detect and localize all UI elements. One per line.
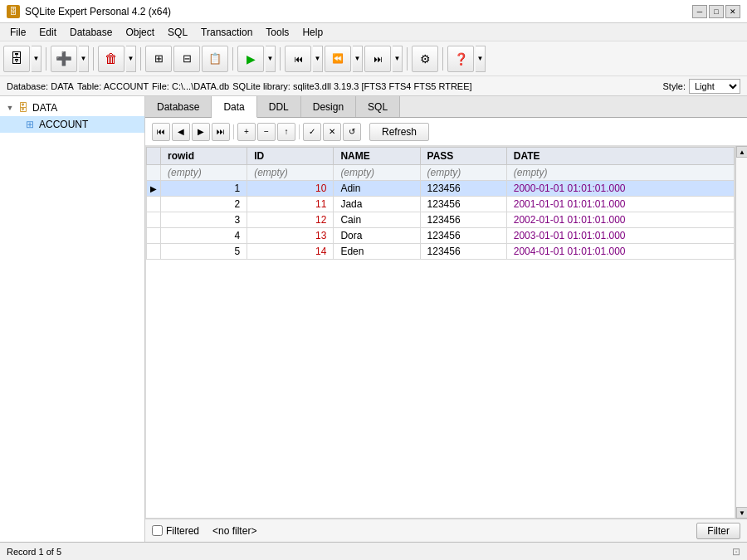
col-name[interactable]: NAME bbox=[334, 148, 420, 165]
filter-name[interactable]: (empty) bbox=[334, 165, 420, 181]
first-btn[interactable]: ⏮ bbox=[152, 123, 170, 141]
cell-rowid-3[interactable]: 4 bbox=[161, 228, 247, 244]
menu-database[interactable]: Database bbox=[63, 23, 119, 41]
table-row[interactable]: ▶110Adin1234562000-01-01 01:01:01.000 bbox=[147, 181, 735, 197]
settings-button[interactable]: ⚙ bbox=[412, 46, 438, 72]
vertical-scrollbar[interactable]: ▲ ▼ bbox=[735, 146, 747, 519]
open-db-button[interactable]: 🗄 bbox=[3, 46, 30, 72]
help-button[interactable]: ❓ bbox=[447, 46, 474, 72]
tab-design[interactable]: Design bbox=[301, 96, 356, 117]
filtered-checkbox[interactable] bbox=[152, 525, 163, 536]
first-record-button[interactable]: ⏮ bbox=[285, 46, 311, 72]
toolbar-sep-1 bbox=[46, 47, 46, 71]
refresh-button[interactable]: Refresh bbox=[369, 123, 429, 141]
del-row-btn[interactable]: − bbox=[257, 123, 276, 141]
cell-rowid-1[interactable]: 2 bbox=[161, 197, 247, 212]
menu-tools[interactable]: Tools bbox=[259, 23, 295, 41]
delete-button[interactable]: 🗑 bbox=[98, 46, 124, 72]
prev-btn[interactable]: ◀ bbox=[172, 123, 190, 141]
cell-pass-4[interactable]: 123456 bbox=[420, 244, 506, 260]
new-button[interactable]: ➕ bbox=[51, 46, 77, 72]
reload-btn[interactable]: ↺ bbox=[343, 123, 361, 141]
menu-sql[interactable]: SQL bbox=[161, 23, 194, 41]
cell-pass-0[interactable]: 123456 bbox=[420, 181, 506, 197]
menu-transaction[interactable]: Transaction bbox=[194, 23, 259, 41]
last-record-button[interactable]: ⏭ bbox=[364, 46, 391, 72]
tab-data[interactable]: Data bbox=[212, 96, 256, 118]
last-btn[interactable]: ⏭ bbox=[212, 123, 230, 141]
new-dropdown[interactable]: ▼ bbox=[79, 46, 89, 72]
cell-date-1[interactable]: 2001-01-01 01:01:01.000 bbox=[506, 197, 734, 212]
cell-date-3[interactable]: 2003-01-01 01:01:01.000 bbox=[506, 228, 734, 244]
tab-database[interactable]: Database bbox=[145, 96, 212, 117]
scroll-down-btn[interactable]: ▼ bbox=[736, 507, 747, 519]
tab-ddl[interactable]: DDL bbox=[257, 96, 301, 117]
up-btn[interactable]: ↑ bbox=[277, 123, 295, 141]
cell-date-4[interactable]: 2004-01-01 01:01:01.000 bbox=[506, 244, 734, 260]
form-view-button[interactable]: ⊟ bbox=[173, 46, 200, 72]
prev-record-button[interactable]: ⏪ bbox=[325, 46, 351, 72]
cell-rowid-4[interactable]: 5 bbox=[161, 244, 247, 260]
col-id[interactable]: ID bbox=[247, 148, 334, 165]
menu-edit[interactable]: Edit bbox=[32, 23, 63, 41]
style-select[interactable]: Light Dark Classic bbox=[689, 79, 740, 94]
cell-pass-1[interactable]: 123456 bbox=[420, 197, 506, 212]
cancel-row-btn[interactable]: ✕ bbox=[323, 123, 341, 141]
add-row-btn[interactable]: + bbox=[237, 123, 256, 141]
cell-name-4[interactable]: Eden bbox=[334, 244, 420, 260]
scroll-up-btn[interactable]: ▲ bbox=[736, 146, 747, 158]
filter-pass[interactable]: (empty) bbox=[420, 165, 506, 181]
sidebar-item-data[interactable]: ▼ 🗄 DATA bbox=[0, 100, 144, 116]
table-row[interactable]: 413Dora1234562003-01-01 01:01:01.000 bbox=[147, 228, 735, 244]
cell-id-0[interactable]: 10 bbox=[247, 181, 334, 197]
filter-id[interactable]: (empty) bbox=[247, 165, 334, 181]
confirm-btn[interactable]: ✓ bbox=[303, 123, 321, 141]
grid-view-button[interactable]: ⊞ bbox=[145, 46, 172, 72]
tab-sql[interactable]: SQL bbox=[356, 96, 400, 117]
cell-pass-3[interactable]: 123456 bbox=[420, 228, 506, 244]
minimize-button[interactable]: ─ bbox=[692, 5, 707, 18]
report-button[interactable]: 📋 bbox=[202, 46, 228, 72]
next-btn[interactable]: ▶ bbox=[192, 123, 210, 141]
menu-file[interactable]: File bbox=[3, 23, 32, 41]
filterbar: Filtered <no filter> Filter bbox=[145, 519, 747, 542]
run-button[interactable]: ▶ bbox=[237, 46, 264, 72]
filter-button[interactable]: Filter bbox=[696, 523, 740, 539]
table-row[interactable]: 514Eden1234562004-01-01 01:01:01.000 bbox=[147, 244, 735, 260]
menu-object[interactable]: Object bbox=[119, 23, 161, 41]
nav-dropdown-2[interactable]: ▼ bbox=[353, 46, 363, 72]
cell-name-0[interactable]: Adin bbox=[334, 181, 420, 197]
cell-id-4[interactable]: 14 bbox=[247, 244, 334, 260]
nav-dropdown-3[interactable]: ▼ bbox=[393, 46, 403, 72]
scroll-track[interactable] bbox=[736, 158, 747, 507]
toolbar-sep-2 bbox=[93, 47, 94, 71]
filter-rowid[interactable]: (empty) bbox=[161, 165, 247, 181]
col-rowid[interactable]: rowid bbox=[161, 148, 247, 165]
help-dropdown[interactable]: ▼ bbox=[476, 46, 486, 72]
cell-name-1[interactable]: Jada bbox=[334, 197, 420, 212]
col-date[interactable]: DATE bbox=[506, 148, 734, 165]
close-button[interactable]: ✕ bbox=[725, 5, 740, 18]
cell-pass-2[interactable]: 123456 bbox=[420, 212, 506, 228]
cell-rowid-2[interactable]: 3 bbox=[161, 212, 247, 228]
nav-dropdown-1[interactable]: ▼ bbox=[313, 46, 323, 72]
cell-id-2[interactable]: 12 bbox=[247, 212, 334, 228]
menu-help[interactable]: Help bbox=[295, 23, 330, 41]
filter-date[interactable]: (empty) bbox=[506, 165, 734, 181]
run-dropdown[interactable]: ▼ bbox=[266, 46, 276, 72]
sidebar-item-account[interactable]: ⊞ ACCOUNT bbox=[0, 116, 144, 133]
app-title: SQLite Expert Personal 4.2 (x64) bbox=[25, 6, 692, 17]
open-db-dropdown[interactable]: ▼ bbox=[32, 46, 42, 72]
cell-date-0[interactable]: 2000-01-01 01:01:01.000 bbox=[506, 181, 734, 197]
cell-id-1[interactable]: 11 bbox=[247, 197, 334, 212]
col-pass[interactable]: PASS bbox=[420, 148, 506, 165]
cell-rowid-0[interactable]: 1 bbox=[161, 181, 247, 197]
cell-id-3[interactable]: 13 bbox=[247, 228, 334, 244]
table-row[interactable]: 312Cain1234562002-01-01 01:01:01.000 bbox=[147, 212, 735, 228]
maximize-button[interactable]: □ bbox=[709, 5, 724, 18]
cell-name-3[interactable]: Dora bbox=[334, 228, 420, 244]
delete-dropdown[interactable]: ▼ bbox=[126, 46, 136, 72]
cell-date-2[interactable]: 2002-01-01 01:01:01.000 bbox=[506, 212, 734, 228]
table-row[interactable]: 211Jada1234562001-01-01 01:01:01.000 bbox=[147, 197, 735, 212]
cell-name-2[interactable]: Cain bbox=[334, 212, 420, 228]
